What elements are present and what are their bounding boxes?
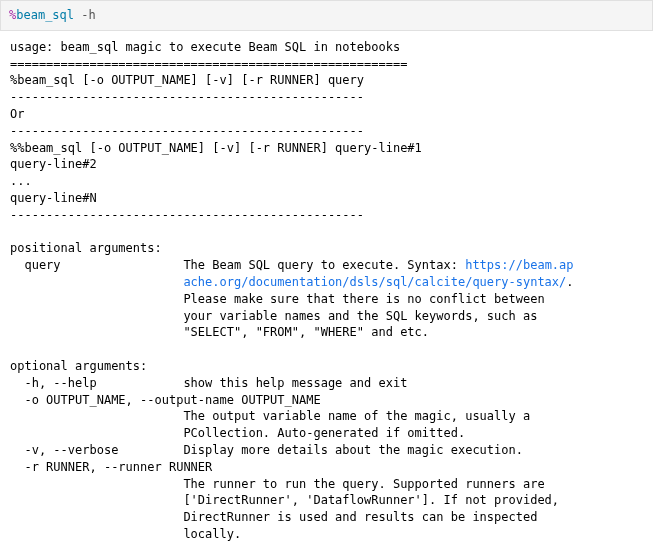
query-desc-line-5: "SELECT", "FROM", "WHERE" and etc. <box>10 325 429 339</box>
cell-output: usage: beam_sql magic to execute Beam SQ… <box>0 31 653 549</box>
optional-header: optional arguments: <box>10 359 147 373</box>
positional-header: positional arguments: <box>10 241 162 255</box>
output-name-line-3: PCollection. Auto-generated if omitted. <box>10 426 465 440</box>
runner-line-1: -r RUNNER, --runner RUNNER <box>10 460 212 474</box>
usage-line: usage: beam_sql magic to execute Beam SQ… <box>10 40 400 54</box>
runner-line-2: The runner to run the query. Supported r… <box>10 477 545 491</box>
syntax-link-cont[interactable]: ache.org/documentation/dsls/sql/calcite/… <box>10 275 566 289</box>
query-desc-line-3: Please make sure that there is no confli… <box>10 292 545 306</box>
syntax-link[interactable]: https://beam.ap <box>465 258 573 272</box>
help-line: -h, --help show this help message and ex… <box>10 376 407 390</box>
cell-usage-line-2: query-line#2 <box>10 157 97 171</box>
dash-rule: ----------------------------------------… <box>10 90 364 104</box>
magic-command: beam_sql <box>16 8 74 22</box>
or-line: Or <box>10 107 24 121</box>
cell-usage-line-1: %%beam_sql [-o OUTPUT_NAME] [-v] [-r RUN… <box>10 141 422 155</box>
output-name-line-1: -o OUTPUT_NAME, --output-name OUTPUT_NAM… <box>10 393 321 407</box>
runner-line-5: locally. <box>10 527 241 541</box>
query-desc-line-4: your variable names and the SQL keywords… <box>10 309 537 323</box>
runner-line-4: DirectRunner is used and results can be … <box>10 510 537 524</box>
code-input-cell: %beam_sql -h <box>0 0 653 31</box>
runner-line-3: ['DirectRunner', 'DataflowRunner']. If n… <box>10 493 559 507</box>
cell-usage-line-4: query-line#N <box>10 191 97 205</box>
dash-rule-2: ----------------------------------------… <box>10 124 364 138</box>
output-name-line-2: The output variable name of the magic, u… <box>10 409 530 423</box>
verbose-line: -v, --verbose Display more details about… <box>10 443 523 457</box>
dash-rule-3: ----------------------------------------… <box>10 208 364 222</box>
rule-line: ========================================… <box>10 57 407 71</box>
cell-usage-line-3: ... <box>10 174 32 188</box>
query-desc-line-1: query The Beam SQL query to execute. Syn… <box>10 258 465 272</box>
single-usage-line: %beam_sql [-o OUTPUT_NAME] [-v] [-r RUNN… <box>10 73 364 87</box>
magic-flag: -h <box>74 8 96 22</box>
query-desc-line-2b: . <box>566 275 573 289</box>
